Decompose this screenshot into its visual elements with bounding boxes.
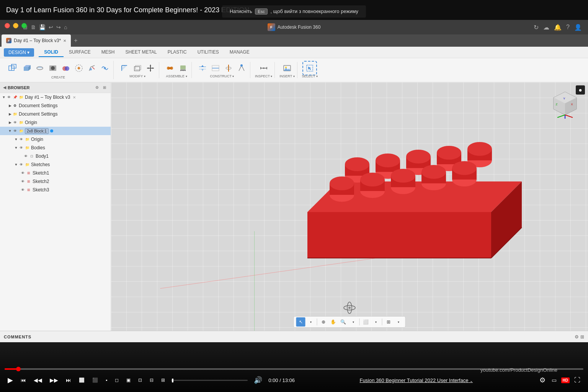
tree-named-views[interactable]: ▶ 📁 Document Settings <box>0 110 111 118</box>
maximize-button[interactable] <box>21 23 27 28</box>
progress-bar-container[interactable] <box>0 368 588 370</box>
body1-eye[interactable]: 👁 <box>23 154 28 159</box>
tab-add-button[interactable]: + <box>71 34 80 47</box>
insert-image-btn[interactable] <box>281 62 293 74</box>
video-title-bottom[interactable]: Fusion 360 Beginner Tutorial 2022 User I… <box>299 377 533 383</box>
sketch1-eye[interactable]: 👁 <box>20 170 25 176</box>
clip-btn-3[interactable]: ▪ <box>104 376 109 384</box>
sketches-eye[interactable]: 👁 <box>18 162 24 167</box>
clip-btn-1[interactable]: ⬜ <box>77 376 86 384</box>
save-icon[interactable]: 💾 <box>39 24 46 30</box>
prev-button[interactable]: ⏮ <box>19 376 28 385</box>
boolean-btn[interactable] <box>60 62 72 74</box>
hole-btn[interactable] <box>47 62 59 74</box>
vbt-dropdown[interactable]: ▾ <box>306 317 315 327</box>
block-eye[interactable]: 👁 <box>12 128 18 134</box>
sketch2-eye[interactable]: 👁 <box>20 179 25 184</box>
clip-btn-8[interactable]: ⊞ <box>160 376 167 384</box>
fullscreen-button[interactable]: ⛶ <box>573 375 582 385</box>
zoom-tool[interactable]: 🔍 <box>339 317 348 327</box>
youtube-controls[interactable]: youtube.com/ProductDesignOnline ▶ ⏮ ◀◀ ▶… <box>0 342 588 392</box>
tree-sketches[interactable]: ▼ 👁 📁 Sketches <box>0 160 111 169</box>
fillet-btn[interactable] <box>118 62 131 74</box>
axis-btn[interactable] <box>222 62 235 74</box>
midplane-btn[interactable] <box>209 62 222 74</box>
grid-dropdown[interactable]: ▾ <box>394 317 403 327</box>
move-btn[interactable] <box>144 62 157 74</box>
view-cube[interactable]: Y X Z <box>550 90 580 121</box>
tab-solid[interactable]: SOLID <box>39 48 64 57</box>
progress-thumb[interactable] <box>16 367 21 371</box>
extrude-btn[interactable] <box>21 62 33 74</box>
joint-btn[interactable] <box>164 62 176 74</box>
clip-btn-7[interactable]: ⊟ <box>148 376 155 384</box>
tree-origin-2[interactable]: ▼ 👁 📁 Origin <box>0 135 111 144</box>
progress-bar-track[interactable] <box>5 368 583 370</box>
tab-mesh[interactable]: MESH <box>96 48 120 57</box>
tree-root-item[interactable]: ▼ 👁 📌 📁 Day #1 – Toy Block v3 ✕ <box>0 93 111 101</box>
tree-bodies[interactable]: ▼ 👁 📁 Bodies <box>0 144 111 152</box>
revolve-btn[interactable] <box>34 62 46 74</box>
mini-progress[interactable] <box>171 380 248 381</box>
tree-sketch1[interactable]: 👁 ⊞ Sketch1 <box>0 169 111 177</box>
next-button[interactable]: ⏭ <box>64 376 73 385</box>
sketch-btn[interactable] <box>86 62 98 74</box>
new-component-btn[interactable] <box>5 61 20 75</box>
tab-manage[interactable]: MANAGE <box>224 48 255 57</box>
viewport[interactable]: Y X Z ↖ ▾ <box>111 82 588 331</box>
close-button[interactable] <box>5 23 10 28</box>
clip-btn-5[interactable]: ▣ <box>125 376 132 384</box>
root-eye-icon[interactable]: 👁 <box>6 95 11 100</box>
grid-toggle[interactable]: ⊞ <box>384 317 393 327</box>
active-tab[interactable]: F Day #1 – Toy Block v3* ✕ <box>2 34 71 47</box>
skip-back-button[interactable]: ◀◀ <box>32 376 44 385</box>
tab-sheet-metal[interactable]: SHEET METAL <box>120 48 162 57</box>
help-icon[interactable]: ? <box>566 24 570 31</box>
home-icon[interactable]: ⌂ <box>64 24 67 30</box>
display-mode[interactable]: ⬜ <box>361 317 371 327</box>
comments-settings-icon[interactable]: ⚙ <box>575 334 579 340</box>
create-more-btn[interactable] <box>73 62 85 74</box>
refresh-icon[interactable]: ↻ <box>534 24 539 31</box>
record-button[interactable]: ⏺ <box>576 85 585 95</box>
settings-button[interactable]: ⚙ <box>538 374 547 386</box>
volume-button[interactable]: 🔊 <box>252 374 264 386</box>
clip-btn-2[interactable]: ⬛ <box>91 376 100 384</box>
redo-icon[interactable]: ↪ <box>56 24 61 30</box>
origin-2-eye[interactable]: 👁 <box>18 137 24 142</box>
offset-plane-btn[interactable] <box>196 62 209 74</box>
orbit-tool[interactable]: ⊕ <box>319 317 328 327</box>
root-pin-icon[interactable]: 📌 <box>12 95 18 100</box>
tab-surface[interactable]: SURFACE <box>64 48 96 57</box>
point-btn[interactable] <box>235 62 248 74</box>
skip-fwd-button[interactable]: ▶▶ <box>48 376 60 385</box>
tab-plastic[interactable]: PLASTIC <box>162 48 192 57</box>
cursor-tool[interactable]: ↖ <box>296 317 305 327</box>
file-icon[interactable]: 🗎 <box>31 24 36 30</box>
play-button[interactable]: ▶ <box>6 374 15 386</box>
tab-close-icon[interactable]: ✕ <box>63 39 66 43</box>
origin-1-eye[interactable]: 👁 <box>12 120 18 125</box>
tree-doc-settings[interactable]: ▶ ⚙ Document Settings <box>0 101 111 110</box>
pan-tool[interactable]: ✋ <box>329 317 338 327</box>
browser-expand-icon[interactable]: ⊞ <box>101 85 108 91</box>
display-dropdown[interactable]: ▾ <box>371 317 381 327</box>
ground-btn[interactable] <box>177 62 189 74</box>
user-icon[interactable]: 👤 <box>574 24 582 31</box>
tree-body1[interactable]: 👁 □ Body1 <box>0 152 111 160</box>
undo-icon[interactable]: ↩ <box>49 24 53 30</box>
minimize-button[interactable] <box>13 23 18 28</box>
freeform-btn[interactable] <box>99 62 111 74</box>
select-btn[interactable] <box>304 62 316 74</box>
browser-collapse-icon[interactable]: ◀ <box>3 85 6 90</box>
bell-icon[interactable]: 🔔 <box>554 24 562 31</box>
tree-sketch2[interactable]: 👁 ⊞ Sketch2 <box>0 177 111 186</box>
clip-btn-6[interactable]: ⊡ <box>137 376 144 384</box>
clip-btn-4[interactable]: ◻ <box>113 376 120 384</box>
shell-btn[interactable] <box>131 62 144 74</box>
tree-2x8-block[interactable]: ▼ 👁 📁 2x8 Block:1 <box>0 127 111 135</box>
tab-utilities[interactable]: UTILITIES <box>192 48 224 57</box>
tree-origin-1[interactable]: ▶ 👁 📁 Origin <box>0 118 111 127</box>
design-button[interactable]: DESIGN ▾ <box>4 48 34 57</box>
sketch3-eye[interactable]: 👁 <box>20 187 25 193</box>
